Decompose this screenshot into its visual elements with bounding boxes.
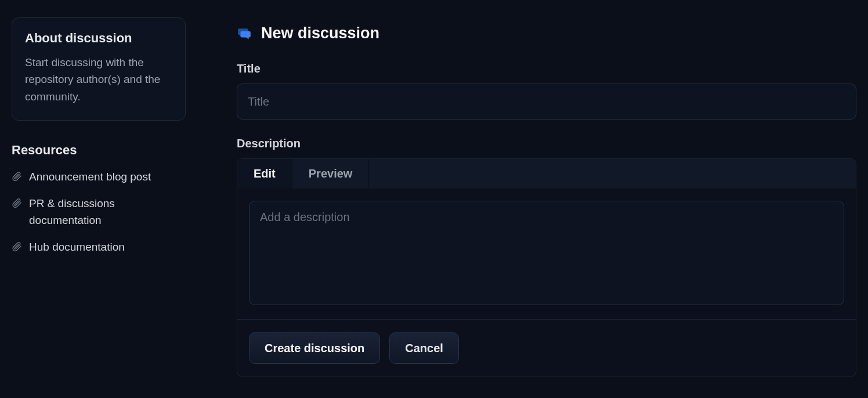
- tab-preview[interactable]: Preview: [292, 159, 370, 189]
- resource-item: Announcement blog post: [12, 168, 186, 185]
- resource-item: PR & discussions documentation: [12, 195, 186, 229]
- description-panel: Edit Preview: [237, 158, 856, 320]
- resources-heading: Resources: [12, 143, 186, 158]
- title-label: Title: [237, 62, 856, 75]
- editor-wrap: [237, 189, 856, 319]
- about-title: About discussion: [25, 31, 172, 46]
- page-heading-row: New discussion: [237, 24, 856, 42]
- tab-edit[interactable]: Edit: [237, 159, 292, 189]
- resource-link-announcement[interactable]: Announcement blog post: [29, 168, 151, 185]
- page-title: New discussion: [261, 24, 379, 42]
- sidebar: About discussion Start discussing with t…: [12, 17, 203, 386]
- create-discussion-button[interactable]: Create discussion: [249, 332, 380, 364]
- description-textarea[interactable]: [249, 201, 844, 305]
- editor-tabs: Edit Preview: [237, 159, 856, 189]
- resource-link-pr-docs[interactable]: PR & discussions documentation: [29, 195, 186, 229]
- paperclip-icon: [12, 198, 22, 208]
- resource-link-hub-docs[interactable]: Hub documentation: [29, 238, 125, 255]
- title-section: Title: [237, 62, 856, 120]
- about-text: Start discussing with the repository aut…: [25, 54, 172, 105]
- cancel-button[interactable]: Cancel: [389, 332, 459, 364]
- resource-item: Hub documentation: [12, 238, 186, 255]
- main-content: New discussion Title Description Edit Pr…: [203, 17, 856, 386]
- description-section: Description Edit Preview Create discussi…: [237, 137, 856, 377]
- paperclip-icon: [12, 171, 22, 182]
- discussion-icon: [237, 26, 252, 41]
- actions-bar: Create discussion Cancel: [237, 320, 856, 377]
- description-label: Description: [237, 137, 856, 150]
- paperclip-icon: [12, 241, 22, 252]
- title-input[interactable]: [237, 84, 856, 120]
- resources-list: Announcement blog post PR & discussions …: [12, 168, 186, 255]
- about-discussion-card: About discussion Start discussing with t…: [12, 17, 186, 121]
